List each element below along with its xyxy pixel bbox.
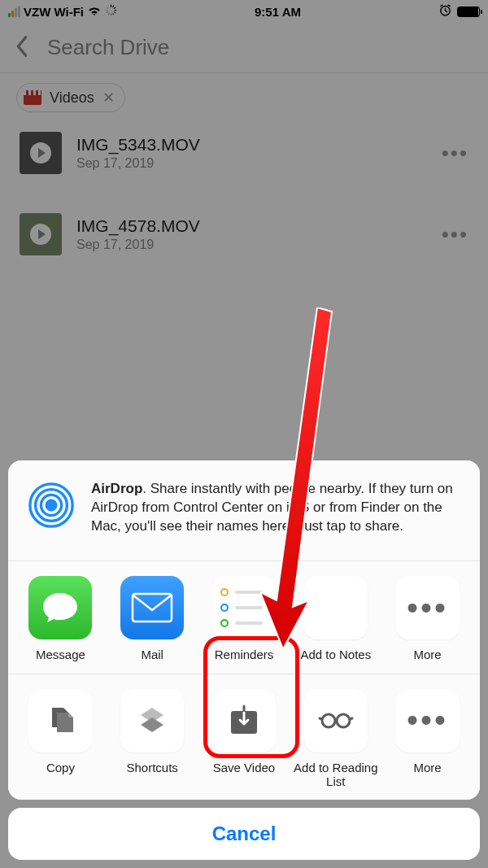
action-shortcuts[interactable]: Shortcuts bbox=[107, 689, 198, 789]
save-video-icon bbox=[212, 689, 276, 752]
share-mail[interactable]: Mail bbox=[107, 576, 198, 661]
svg-point-13 bbox=[46, 501, 56, 511]
share-reminders[interactable]: Reminders bbox=[198, 576, 290, 661]
shortcuts-icon bbox=[120, 689, 184, 752]
airdrop-text: AirDrop. Share instantly with people nea… bbox=[91, 480, 462, 536]
share-more[interactable]: ••• More bbox=[381, 576, 473, 661]
action-reading-list[interactable]: Add to Reading List bbox=[290, 689, 381, 789]
copy-icon bbox=[28, 689, 92, 752]
airdrop-icon bbox=[26, 480, 76, 536]
message-icon bbox=[28, 576, 92, 639]
action-save-video[interactable]: Save Video bbox=[198, 689, 290, 789]
notes-icon bbox=[304, 576, 368, 639]
mail-icon bbox=[120, 576, 184, 639]
cancel-button[interactable]: Cancel bbox=[8, 808, 480, 860]
share-message[interactable]: Message bbox=[15, 576, 107, 661]
more-icon: ••• bbox=[396, 689, 460, 752]
reading-list-icon bbox=[304, 689, 368, 752]
svg-rect-17 bbox=[133, 594, 172, 622]
action-copy[interactable]: Copy bbox=[15, 689, 107, 789]
share-sheet: AirDrop. Share instantly with people nea… bbox=[0, 460, 488, 868]
svg-point-19 bbox=[322, 714, 335, 727]
airdrop-section[interactable]: AirDrop. Share instantly with people nea… bbox=[8, 460, 480, 560]
actions-row: Copy Shortcuts Save Video Add to Reading… bbox=[8, 674, 480, 800]
action-more[interactable]: ••• More bbox=[381, 689, 473, 789]
reminders-icon bbox=[212, 576, 276, 639]
share-notes[interactable]: Add to Notes bbox=[290, 576, 381, 661]
more-icon: ••• bbox=[396, 576, 460, 639]
share-apps-row: Message Mail Reminders Add to Notes ••• bbox=[8, 560, 480, 673]
svg-point-20 bbox=[337, 714, 350, 727]
